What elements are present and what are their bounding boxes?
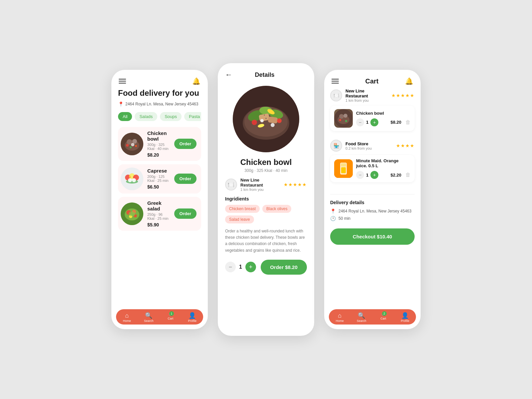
notification-icon[interactable]: 🔔 xyxy=(192,77,200,85)
category-pasta[interactable]: Pasta xyxy=(184,112,201,121)
rest-header-info-1: New Line Restaurant 1 km from you xyxy=(345,88,388,102)
rest-stars-1: ★★★★★ xyxy=(391,93,415,98)
delivery-pin-icon: 📍 xyxy=(330,208,336,214)
quantity-minus-button[interactable]: − xyxy=(225,262,236,272)
rest-name-2: Food Store xyxy=(345,141,393,146)
cart-item-info-chicken: Chicken bowl − 1 + $8.20 🗑 xyxy=(356,111,411,126)
location-row: 📍 2464 Royal Ln. Mesa, New Jersey 45463 xyxy=(118,101,201,107)
food-meta: 300g · 325 Kkal · 40 min xyxy=(147,143,170,151)
svg-point-36 xyxy=(265,118,267,119)
restaurant-avatar: 🍽️ xyxy=(225,179,237,191)
category-salads[interactable]: Salads xyxy=(135,112,157,121)
category-all[interactable]: All xyxy=(118,112,132,121)
dish-hero xyxy=(218,82,314,158)
svg-point-31 xyxy=(277,118,282,123)
cart-plus-chicken[interactable]: + xyxy=(370,118,378,126)
left-bottom-nav: ⌂ Home 🔍 Search 🛒 1 Cart 👤 Profile xyxy=(116,309,203,325)
cart-qty-num-juice: 1 xyxy=(366,173,368,178)
category-row: All Salads Soups Pasta xyxy=(118,112,201,121)
nav-search-label: Search xyxy=(144,319,154,323)
cart-qty-chicken: − 1 + xyxy=(356,118,378,126)
cart-plus-juice[interactable]: + xyxy=(370,171,378,179)
svg-point-43 xyxy=(345,120,347,122)
delete-item-juice[interactable]: 🗑 xyxy=(405,172,411,178)
svg-point-12 xyxy=(126,180,138,184)
right-nav-home[interactable]: ⌂ Home xyxy=(331,313,349,323)
food-name: Chicken bowl xyxy=(147,130,170,142)
right-nav-search-label: Search xyxy=(357,319,366,323)
page-title: Food delivery for you xyxy=(118,88,201,98)
menu-icon[interactable] xyxy=(119,79,126,83)
nav-search[interactable]: 🔍 Search xyxy=(140,313,158,323)
restaurant-row: 🍽️ New Line Restaurant 1 km from you ★★★… xyxy=(225,178,307,192)
category-soups[interactable]: Soups xyxy=(160,112,182,121)
right-nav-search[interactable]: 🔍 Search xyxy=(352,313,371,323)
rest-logo-2: 🏪 xyxy=(330,140,342,152)
cart-item-name-chicken: Chicken bowl xyxy=(356,111,411,116)
restaurant-info: New Line Restaurant 1 km from you xyxy=(240,178,280,192)
rest-name-1: New Line Restaurant xyxy=(345,88,388,98)
food-card-greek: Greek salad 250g · 96 Kkal · 25 min $5.9… xyxy=(118,197,201,231)
cart-minus-chicken[interactable]: − xyxy=(356,118,364,126)
svg-point-6 xyxy=(135,145,137,147)
search-icon: 🔍 xyxy=(145,313,152,319)
right-nav-home-label: Home xyxy=(336,319,344,323)
rest-header-info-2: Food Store 0.2 km from you xyxy=(345,141,393,150)
svg-rect-46 xyxy=(341,163,346,167)
cart-item-name-juice: Minute Maid. Orange juice. 0.5 L xyxy=(356,158,411,168)
restaurant-section-1: 🍽️ New Line Restaurant 1 km from you ★★★… xyxy=(330,88,415,134)
food-price: $5.90 xyxy=(147,222,170,227)
food-image-chicken xyxy=(121,133,143,155)
center-phone: ← Details xyxy=(218,63,314,336)
back-button[interactable]: ← xyxy=(225,70,232,79)
dish-meta: 300g · 325 Kkal · 40 min xyxy=(225,168,307,173)
nav-home[interactable]: ⌂ Home xyxy=(118,313,136,323)
svg-point-3 xyxy=(132,139,137,144)
cart-page-title: Cart xyxy=(365,77,378,85)
svg-point-2 xyxy=(127,139,132,145)
dish-title: Chicken bowl xyxy=(225,158,307,167)
order-now-button[interactable]: Order $8.20 xyxy=(261,260,307,275)
right-nav-profile[interactable]: 👤 Profile xyxy=(396,313,414,323)
cart-item-img-juice xyxy=(334,159,353,178)
dish-hero-image xyxy=(233,86,299,152)
profile-icon: 👤 xyxy=(189,313,196,319)
svg-point-41 xyxy=(343,114,347,118)
nav-cart[interactable]: 🛒 1 Cart xyxy=(161,313,180,323)
food-card-chicken: Chicken bowl 300g · 325 Kkal · 40 min $8… xyxy=(118,127,201,161)
restaurant-section-2: 🏪 Food Store 0.2 km from you ★★★★ Minute… xyxy=(330,140,415,186)
right-screen: 🍽️ New Line Restaurant 1 km from you ★★★… xyxy=(324,88,421,307)
cart-item-juice: Minute Maid. Orange juice. 0.5 L − 1 + $… xyxy=(330,155,415,182)
pin-icon: 📍 xyxy=(118,101,124,107)
food-list: Chicken bowl 300g · 325 Kkal · 40 min $8… xyxy=(118,127,201,234)
restaurant-name: New Line Restaurant xyxy=(240,178,280,188)
food-image-caprese xyxy=(121,168,143,190)
right-menu-icon[interactable] xyxy=(332,79,339,83)
svg-point-7 xyxy=(130,146,132,148)
right-notification-icon[interactable]: 🔔 xyxy=(405,77,413,85)
restaurant-dist: 1 km from you xyxy=(240,188,280,192)
center-top-bar: ← Details xyxy=(218,63,314,82)
svg-point-4 xyxy=(131,143,134,146)
order-button-chicken[interactable]: Order xyxy=(174,139,197,149)
right-nav-cart[interactable]: 🛒 2 Cart xyxy=(374,313,392,323)
order-button-caprese[interactable]: Order xyxy=(174,174,197,184)
svg-point-40 xyxy=(339,114,344,119)
food-card-caprese: Caprese 200g · 125 Kkal · 25 min $6.50 O… xyxy=(118,164,201,194)
nav-cart-label: Cart xyxy=(168,317,173,320)
cart-item-info-juice: Minute Maid. Orange juice. 0.5 L − 1 + $… xyxy=(356,158,411,179)
food-info-caprese: Caprese 200g · 125 Kkal · 25 min $6.50 xyxy=(147,168,170,190)
rest-header-1: 🍽️ New Line Restaurant 1 km from you ★★★… xyxy=(330,88,415,102)
checkout-button[interactable]: Checkout $10.40 xyxy=(330,228,415,245)
clock-icon: 🕐 xyxy=(330,216,336,221)
order-button-greek[interactable]: Order xyxy=(174,208,197,219)
nav-profile[interactable]: 👤 Profile xyxy=(183,313,201,323)
delete-item-chicken[interactable]: 🗑 xyxy=(405,119,411,125)
svg-rect-47 xyxy=(341,167,346,173)
cart-item-bottom-juice: − 1 + $2.20 🗑 xyxy=(356,171,411,179)
right-nav-profile-label: Profile xyxy=(401,319,409,323)
quantity-plus-button[interactable]: + xyxy=(245,262,256,272)
svg-point-5 xyxy=(126,144,129,147)
cart-minus-juice[interactable]: − xyxy=(356,171,364,179)
svg-point-37 xyxy=(264,115,265,116)
